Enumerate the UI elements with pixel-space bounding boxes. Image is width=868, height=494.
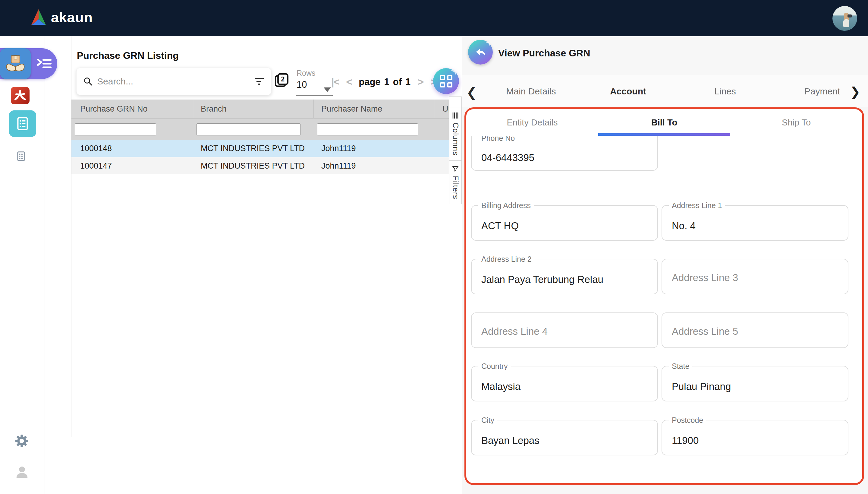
tab-payment[interactable]: Payment [774,75,857,107]
state-label: State [669,362,692,370]
top-header-bar: akaun [0,0,868,36]
sidebar-item-goods-receive-app[interactable] [0,48,31,79]
filter-funnel-icon [452,166,459,172]
pyramid-logo-icon [31,10,46,26]
address-line-4-placeholder: Address Line 4 [481,326,548,337]
left-sidebar [0,36,45,494]
detail-tabs: Main Details Account Lines Payment [482,75,857,107]
filter-input-purchaser-name[interactable] [317,124,418,135]
hands-box-icon [5,53,26,74]
column-header-purchase-grn-no[interactable]: Purchase GRN No [72,99,193,118]
address-line-2-field[interactable]: Address Line 2 Jalan Paya Terubung Relau [471,259,658,294]
user-avatar[interactable] [832,6,857,31]
city-value: Bayan Lepas [481,435,539,446]
document-list-icon [15,116,30,131]
columns-icon [452,112,459,119]
subtab-entity-details[interactable]: Entity Details [466,109,598,136]
column-header-purchaser-name[interactable]: Purchaser Name [314,99,434,118]
address-line-2-label: Address Line 2 [478,255,535,264]
subtab-ship-to[interactable]: Ship To [730,109,862,136]
back-button[interactable] [468,40,493,64]
address-line-3-field[interactable]: Address Line 3 [662,259,848,294]
table-row[interactable]: 1000147 MCT INDUSTRIES PVT LTD John1119 [72,157,449,174]
pagination: |< < page1of1 > >| [331,76,438,88]
billing-address-field[interactable]: Billing Address ACT HQ [471,205,658,241]
postcode-field[interactable]: Postcode 11900 [662,420,848,455]
table-side-tabs: Columns Filters [449,96,462,204]
cell-branch: MCT INDUSTRIES PVT LTD [193,162,314,171]
dai-character-icon [14,89,26,102]
postcode-value: 11900 [672,435,698,446]
columns-side-tab[interactable]: Columns [449,107,462,161]
search-box[interactable] [76,68,272,95]
brand-name: akaun [51,9,93,26]
prev-page-button[interactable]: < [346,76,351,88]
address-line-4-field[interactable]: Address Line 4 [471,312,658,348]
side-tabs-corner [449,96,462,107]
active-subtab-underline [598,133,730,136]
phone-no-label: Phone No [478,136,518,142]
detail-tabs-bar: ❮ Main Details Account Lines Payment ❯ [462,75,868,107]
grid-menu-button[interactable] [433,68,459,94]
filter-input-purchase-grn-no[interactable] [75,124,156,135]
country-field[interactable]: Country Malaysia [471,366,658,401]
search-icon [83,77,93,86]
person-icon [15,465,29,479]
address-line-5-placeholder: Address Line 5 [672,326,738,337]
app-screen: akaun [0,0,868,494]
address-line-1-value: No. 4 [672,220,696,232]
sidebar-profile-button[interactable] [15,465,29,479]
tab-main-details[interactable]: Main Details [482,75,579,107]
document-list-icon [16,151,26,162]
billing-address-label: Billing Address [478,201,534,210]
detail-title: View Purchase GRN [498,48,590,59]
table-filter-row [72,118,449,140]
tabs-scroll-left-button[interactable]: ❮ [466,85,477,100]
select-underline [296,95,333,96]
table-row[interactable]: 1000148 MCT INDUSTRIES PVT LTD John1119 [72,140,449,157]
sidebar-settings-button[interactable] [15,434,28,448]
duplicate-pages-button[interactable]: 2 [274,72,290,88]
first-page-button[interactable]: |< [331,76,339,88]
column-header-clipped[interactable]: Up [434,99,449,118]
copy-2-icon: 2 [274,72,290,88]
filter-list-icon[interactable] [254,77,264,86]
bill-to-form: Phone No 04-6443395 Billing Address ACT … [466,136,862,483]
address-line-2-value: Jalan Paya Terubung Relau [481,274,604,285]
address-line-1-field[interactable]: Address Line 1 No. 4 [662,205,848,241]
address-line-5-field[interactable]: Address Line 5 [662,312,848,348]
postcode-label: Postcode [669,416,706,425]
collapse-menu-icon [37,58,52,69]
next-page-button[interactable]: > [418,76,423,88]
akaun-logo[interactable]: akaun [31,9,93,26]
cell-grn-no: 1000147 [72,162,193,171]
cell-branch: MCT INDUSTRIES PVT LTD [193,144,314,153]
billing-address-value: ACT HQ [481,220,519,232]
sidebar-item-listing[interactable] [16,151,26,162]
tab-account[interactable]: Account [579,75,677,107]
phone-no-value: 04-6443395 [481,152,534,164]
sidebar-item-listing-active[interactable] [9,110,36,137]
subtab-bill-to[interactable]: Bill To [598,109,730,136]
address-line-1-label: Address Line 1 [669,201,725,210]
account-sub-tabs: Entity Details Bill To Ship To [466,109,862,136]
page-indicator: page1of1 [359,77,411,88]
country-value: Malaysia [481,381,520,392]
sidebar-item-dai-app[interactable] [11,87,29,104]
tabs-scroll-right-button[interactable]: ❯ [847,84,861,99]
state-field[interactable]: State Pulau Pinang [662,366,848,401]
search-input[interactable] [97,76,254,87]
filter-input-branch[interactable] [197,124,300,135]
filters-tab-label: Filters [451,176,460,200]
table-header-row: Purchase GRN No Branch Purchaser Name Up [72,99,449,118]
listing-title: Purchase GRN Listing [77,50,179,61]
country-label: Country [478,362,511,370]
gear-icon [15,434,28,448]
tab-lines[interactable]: Lines [677,75,774,107]
phone-no-field[interactable]: Phone No 04-6443395 [471,136,658,171]
view-purchase-grn-panel: View Purchase GRN ❮ Main Details Account… [462,36,868,494]
city-field[interactable]: City Bayan Lepas [471,420,658,455]
cell-purchaser: John1119 [314,144,434,153]
filters-side-tab[interactable]: Filters [449,160,462,205]
column-header-branch[interactable]: Branch [193,99,314,118]
